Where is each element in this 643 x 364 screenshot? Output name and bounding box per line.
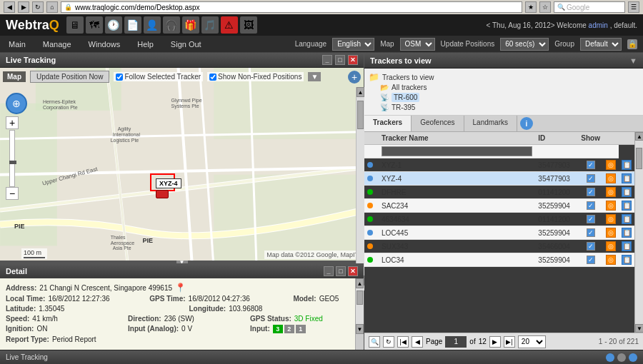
map-scroll[interactable]: ▲ ▼ [356,87,364,290]
show-cell[interactable]: ✓ [578,213,603,226]
show-checkbox[interactable]: ✓ [587,228,595,237]
tracker-table-scroll[interactable]: Tracker Name ID Show [364,132,634,333]
detail-close-btn[interactable]: ✕ [348,266,358,276]
nav-help[interactable]: Help [134,39,156,50]
star-btn[interactable]: ☆ [539,1,551,13]
refresh-btn[interactable]: ↻ [32,1,44,13]
track-btn[interactable]: ◎ [606,241,616,251]
trackers-collapse-btn[interactable]: ▼ [629,56,637,65]
action-cell2[interactable]: 📋 [619,213,634,226]
track-btn[interactable]: ◎ [606,255,616,265]
reload-btn[interactable]: ★ [525,1,537,13]
tree-item-tr600[interactable]: 📡 TR-600 [380,92,639,103]
zoom-slider[interactable] [9,130,15,187]
action-cell2[interactable]: 📋 [619,186,634,199]
nav-manage[interactable]: Manage [40,39,74,50]
page-number-input[interactable] [445,336,467,348]
person-icon[interactable]: 👤 [144,16,161,34]
info-btn[interactable]: 📋 [622,214,632,224]
tab-trackers[interactable]: Trackers [364,116,412,131]
action-cell1[interactable]: ◎ [603,186,619,199]
track-btn[interactable]: ◎ [606,160,616,170]
show-cell[interactable]: ✓ [578,253,603,267]
action-cell1[interactable]: ◎ [603,172,619,186]
info-btn[interactable]: 📋 [622,160,632,170]
zoom-out-btn[interactable]: − [6,187,19,200]
language-select[interactable]: English [332,38,374,51]
info-btn[interactable]: 📋 [622,201,632,211]
track-btn[interactable]: ◎ [606,228,616,238]
monitor-icon[interactable]: 🖥 [66,16,84,34]
user-link[interactable]: admin [589,21,608,29]
map-icon[interactable]: 🗺 [86,16,103,34]
restore-btn[interactable]: □ [335,55,345,65]
detail-scrollbar[interactable]: ▲ ▼ [355,278,364,350]
show-cell[interactable]: ✓ [578,186,603,199]
tree-item-tr395[interactable]: 📡 TR-395 [380,103,639,112]
search-icon[interactable]: 🔍 [369,336,380,348]
follow-tracker-checkbox[interactable]: Follow Selected Tracker [114,72,203,81]
lock-icon[interactable]: 🔒 [627,39,637,49]
home-btn[interactable]: ⌂ [46,1,58,13]
music-icon[interactable]: 🎵 [201,16,219,34]
forward-btn[interactable]: ▶ [18,1,29,13]
th-id[interactable]: ID [535,132,578,145]
th-show[interactable]: Show [578,132,603,145]
action-cell2[interactable]: 📋 [619,253,634,267]
update-position-btn[interactable]: Update Position Now [30,71,109,83]
status-indicator3[interactable] [629,353,637,362]
show-checkbox[interactable]: ✓ [587,256,595,264]
map-container[interactable]: Map Update Position Now Follow Selected … [0,68,364,261]
detail-minimize-btn[interactable]: _ [324,266,334,276]
tree-root[interactable]: 📁 Trackers to view [369,71,639,83]
th-name[interactable]: Tracker Name [379,132,535,145]
show-checkbox[interactable]: ✓ [587,201,595,210]
info-btn[interactable]: 📋 [622,187,632,197]
show-checkbox[interactable]: ✓ [587,188,595,196]
show-cell[interactable]: ✓ [578,226,603,240]
tab-landmarks[interactable]: Landmarks [464,116,517,131]
name-filter-input[interactable] [382,146,532,156]
show-nonfixed-checkbox[interactable]: Show Non-Fixed Positions [207,72,304,81]
action-cell1[interactable]: ◎ [603,199,619,213]
compass-btn[interactable]: ⊕ [6,93,27,114]
prev-page-btn[interactable]: ◀ [412,336,423,348]
track-btn[interactable]: ◎ [606,214,616,224]
alert-icon[interactable]: ⚠ [221,16,238,34]
action-cell1[interactable]: ◎ [603,213,619,226]
right-scrollbar[interactable]: ▲ ▼ [634,132,643,333]
url-bar[interactable]: 🔒 www.traqlogic.com/demo/Desktop.aspx [61,1,522,13]
refresh-page-btn[interactable]: ↻ [383,336,394,348]
track-btn[interactable]: ◎ [606,173,616,183]
show-cell[interactable]: ✓ [578,158,603,172]
next-page-btn[interactable]: ▶ [489,336,501,348]
action-cell1[interactable]: ◎ [603,240,619,253]
info-btn[interactable]: 📋 [622,173,632,183]
minimize-btn[interactable]: _ [322,55,332,65]
action-cell2[interactable]: 📋 [619,158,634,172]
tab-geofences[interactable]: Geofences [412,116,464,131]
show-checkbox[interactable]: ✓ [587,161,595,169]
nav-windows[interactable]: Windows [86,39,124,50]
action-cell1[interactable]: ◎ [603,158,619,172]
first-page-btn[interactable]: |◀ [397,336,409,348]
scroll-up-btn[interactable]: ▲ [635,132,643,141]
scroll-down-btn[interactable]: ▼ [635,324,643,333]
map-select[interactable]: OSM [400,38,435,51]
close-btn[interactable]: ✕ [348,55,358,65]
track-btn[interactable]: ◎ [606,187,616,197]
settings-btn[interactable]: ☰ [628,1,639,13]
action-cell2[interactable]: 📋 [619,199,634,213]
status-indicator[interactable] [606,353,614,362]
photo-icon[interactable]: 🖼 [240,16,257,34]
gift-icon[interactable]: 🎁 [182,16,199,34]
action-cell2[interactable]: 📋 [619,240,634,253]
status-indicator2[interactable] [617,353,626,362]
action-cell1[interactable]: ◎ [603,253,619,267]
clock-icon[interactable]: 🕐 [105,16,122,34]
map-options-btn[interactable]: ▼ [308,72,321,81]
scroll-track[interactable] [635,141,643,324]
action-cell1[interactable]: ◎ [603,226,619,240]
back-btn[interactable]: ◀ [4,1,15,13]
update-select[interactable]: 60 sec(s) [500,38,549,51]
